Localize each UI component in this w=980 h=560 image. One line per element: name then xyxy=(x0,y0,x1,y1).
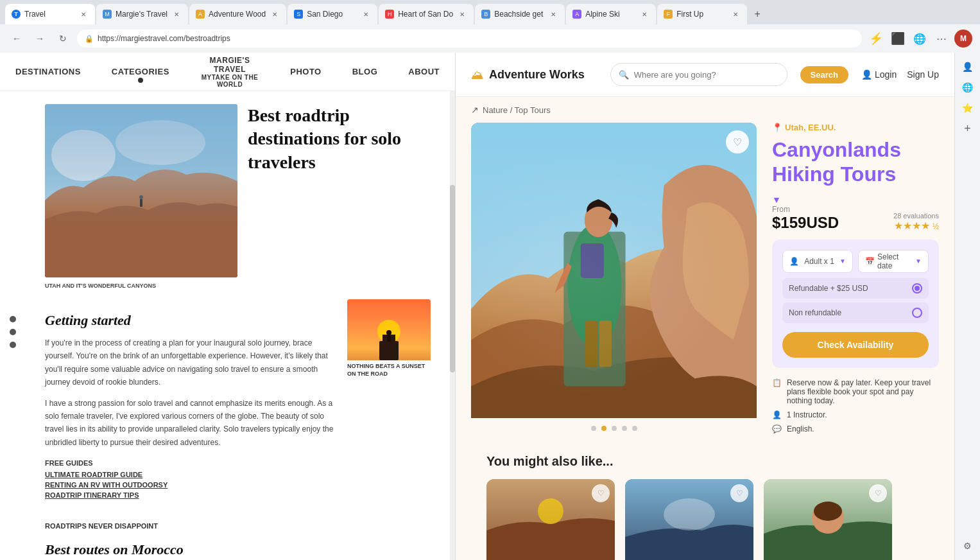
menu-icon[interactable]: ⋯ xyxy=(933,30,950,48)
tab-adventure[interactable]: A Adventure Wood ✕ xyxy=(189,4,286,24)
also-card-3-wishlist[interactable]: ♡ xyxy=(869,484,887,502)
tab-label-firstup: First Up xyxy=(676,10,726,19)
wishlist-button[interactable]: ♡ xyxy=(726,130,749,153)
guide-link-1[interactable]: ULTIMATE ROADTRIP GUIDE xyxy=(45,471,337,478)
svg-rect-17 xyxy=(585,320,597,367)
benefit-instructor: 👤 1 Instructor. xyxy=(772,410,939,419)
svg-rect-7 xyxy=(379,341,399,360)
side-dot-2[interactable] xyxy=(10,329,16,335)
tour-dot-5[interactable] xyxy=(632,426,637,431)
also-like-card-3[interactable]: ♡ xyxy=(764,479,892,560)
toolbar: ← → ↻ 🔒 https://margiestravel.com/bestro… xyxy=(0,24,980,53)
tab-favicon-margies: M xyxy=(103,10,112,19)
extension-icon[interactable]: ⚡ xyxy=(867,30,885,48)
tour-price-block: From $159USD xyxy=(772,205,839,232)
also-card-2-wishlist[interactable]: ♡ xyxy=(730,484,748,502)
login-link[interactable]: 👤 Login xyxy=(861,69,897,80)
profile-icon[interactable]: M xyxy=(954,30,972,48)
address-bar[interactable]: 🔒 https://margiestravel.com/bestroadtrip… xyxy=(77,30,862,48)
nav-blog[interactable]: BLOG xyxy=(350,62,381,82)
also-like-card-1[interactable]: ♡ xyxy=(486,479,615,560)
tab-margies[interactable]: M Margie's Travel ✕ xyxy=(96,4,188,24)
also-card-1-wishlist[interactable]: ♡ xyxy=(592,484,610,502)
sidebar-icon-1[interactable]: 👤 xyxy=(959,58,977,76)
globe-icon[interactable]: 🌐 xyxy=(911,30,929,48)
search-input[interactable] xyxy=(634,70,779,80)
tab-label-sandiego: San Diego xyxy=(307,10,357,19)
tab-close-beachside[interactable]: ✕ xyxy=(548,9,558,19)
forward-button[interactable]: → xyxy=(31,30,49,48)
search-button[interactable]: Search xyxy=(800,66,848,83)
refundable-radio[interactable] xyxy=(912,283,922,293)
content-row: Getting started If you're in the process… xyxy=(45,299,431,509)
blog-panel: DESTINATIONS CATEGORIES MARGIE'S TRAVEL … xyxy=(0,53,456,560)
tab-favicon-adventure: A xyxy=(196,10,205,19)
reload-button[interactable]: ↻ xyxy=(54,30,72,48)
tab-close-adventure[interactable]: ✕ xyxy=(270,9,280,19)
blog-scrollbar[interactable] xyxy=(450,91,455,560)
tab-firstup[interactable]: F First Up ✕ xyxy=(657,4,747,24)
person-icon: 👤 xyxy=(789,257,799,266)
svg-point-9 xyxy=(386,330,391,335)
also-card-1-image: ♡ xyxy=(486,479,615,560)
tab-travel[interactable]: T Travel ✕ xyxy=(5,4,95,24)
sidebar-icon-4[interactable]: + xyxy=(959,119,977,137)
signup-link[interactable]: Sign Up xyxy=(907,69,939,80)
booking-option-non-refundable[interactable]: Non refundable xyxy=(782,302,929,323)
tab-alpine[interactable]: A Alpine Ski ✕ xyxy=(566,4,656,24)
tour-image-bg xyxy=(471,123,757,418)
adult-select[interactable]: 👤 Adult x 1 ▼ xyxy=(782,250,853,273)
hero-image-area: UTAH AND IT'S WONDERFUL CANYONS Best roa… xyxy=(45,104,431,289)
split-view-icon[interactable]: ⬛ xyxy=(889,30,907,48)
booking-option-refundable[interactable]: Refundable + $25 USD xyxy=(782,278,929,299)
tour-benefits: 📋 Reserve now & pay later. Keep your tra… xyxy=(772,378,939,433)
tour-info: 📍 Utah, EE.UU. Canyonlands Hiking Tours … xyxy=(772,123,939,439)
tour-dot-3[interactable] xyxy=(612,426,617,431)
check-availability-button[interactable]: Check Availability xyxy=(782,332,929,358)
tab-close-heart[interactable]: ✕ xyxy=(457,9,467,19)
svg-point-4 xyxy=(139,195,143,199)
main-image-col: UTAH AND IT'S WONDERFUL CANYONS xyxy=(45,104,237,289)
tab-close-margies[interactable]: ✕ xyxy=(171,9,182,19)
non-refundable-radio[interactable] xyxy=(912,308,922,318)
tab-close-alpine[interactable]: ✕ xyxy=(639,9,649,19)
nav-about[interactable]: ABOUT xyxy=(406,62,442,82)
nav-photo[interactable]: PHOTO xyxy=(288,62,324,82)
tour-dot-1[interactable] xyxy=(591,426,596,431)
nav-categories[interactable]: CATEGORIES xyxy=(109,62,172,82)
aw-search-bar[interactable]: 🔍 xyxy=(610,63,787,86)
nav-margies-travel[interactable]: MARGIE'S TRAVEL MYTAKE ON THE WORLD xyxy=(198,53,262,93)
back-button[interactable]: ← xyxy=(8,30,26,48)
side-dots xyxy=(0,91,26,560)
tour-price: $159USD xyxy=(772,214,839,232)
sidebar-icon-2[interactable]: 🌐 xyxy=(959,78,977,96)
scroll-thumb[interactable] xyxy=(450,185,455,372)
new-tab-button[interactable]: + xyxy=(748,5,766,23)
text-col: Getting started If you're in the process… xyxy=(45,299,337,509)
tab-beachside[interactable]: B Beachside get ✕ xyxy=(475,4,565,24)
nav-destinations[interactable]: DESTINATIONS xyxy=(13,62,83,82)
canyon-svg xyxy=(45,104,237,277)
side-dot-1[interactable] xyxy=(10,316,16,322)
sidebar-icon-settings[interactable]: ⚙ xyxy=(959,537,977,555)
tour-dot-2[interactable] xyxy=(601,426,606,431)
aw-header: ⛰ Adventure Works 🔍 Search 👤 Login Sign … xyxy=(456,53,954,97)
tab-close-firstup[interactable]: ✕ xyxy=(730,9,741,19)
guide-link-3[interactable]: ROADTRIP ITINERARY TIPS xyxy=(45,491,337,499)
guide-link-2[interactable]: RENTING AN RV WITH OUTDOORSY xyxy=(45,481,337,489)
breadcrumb: ↗ Nature / Top Tours xyxy=(456,97,954,123)
tour-dot-4[interactable] xyxy=(622,426,627,431)
right-sidebar: 👤 🌐 ⭐ + ⚙ xyxy=(954,53,980,560)
adventure-works-panel: ⛰ Adventure Works 🔍 Search 👤 Login Sign … xyxy=(456,53,954,560)
sidebar-icon-3[interactable]: ⭐ xyxy=(959,99,977,117)
blog-scroll-container: UTAH AND IT'S WONDERFUL CANYONS Best roa… xyxy=(0,91,455,560)
tab-heart[interactable]: H Heart of San Do ✕ xyxy=(379,4,474,24)
date-select[interactable]: 📅 Select date ▼ xyxy=(858,250,929,273)
also-like-card-2[interactable]: ♡ xyxy=(625,479,753,560)
tab-sandiego[interactable]: S San Diego ✕ xyxy=(288,4,377,24)
side-dot-3[interactable] xyxy=(10,342,16,348)
blog-text-col: Best roadtrip destinations for solo trav… xyxy=(248,104,431,289)
tab-close-sandiego[interactable]: ✕ xyxy=(361,9,371,19)
user-icon: 👤 xyxy=(861,69,872,80)
tab-close-travel[interactable]: ✕ xyxy=(78,9,89,19)
